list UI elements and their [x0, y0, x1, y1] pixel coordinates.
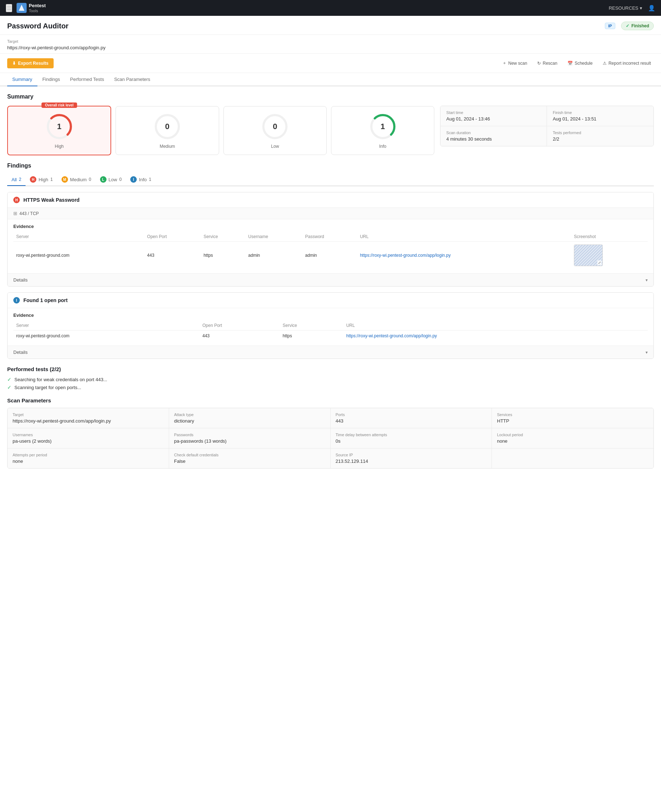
tab-findings[interactable]: Findings	[37, 73, 65, 86]
param-services: Services HTTP	[492, 408, 653, 428]
tab-summary[interactable]: Summary	[7, 73, 37, 86]
evidence-2-row-1: roxy-wi.pentest-ground.com 443 https htt…	[13, 331, 648, 342]
param-ports: Ports 443	[330, 408, 492, 428]
high-badge: H	[30, 176, 36, 183]
filter-tab-low[interactable]: L Low 0	[96, 174, 126, 186]
user-menu-button[interactable]: 👤	[648, 5, 655, 11]
col-open-port: Open Port	[144, 232, 201, 242]
col2-url: URL	[343, 321, 648, 331]
cell-port-1: 443	[144, 242, 201, 269]
page-content: Password Auditor IP ✓ Finished Target ht…	[0, 16, 661, 812]
col-server: Server	[13, 232, 144, 242]
filter-tab-medium[interactable]: M Medium 0	[57, 174, 96, 186]
filter-tab-all[interactable]: All 2	[7, 174, 26, 186]
download-icon: ⬇	[12, 61, 16, 66]
scan-parameters-section: Scan Parameters Target https://roxy-wi.p…	[7, 397, 654, 468]
finding-1-evidence: Evidence Server Open Port Service Userna…	[8, 220, 653, 273]
test-item-1: ✓ Searching for weak credentials on port…	[7, 377, 654, 382]
param-empty	[492, 449, 653, 468]
overall-risk-label: Overall risk level	[42, 102, 77, 108]
medium-badge: M	[62, 176, 68, 183]
actions-bar: ⬇ Export Results ＋ New scan ↻ Rescan 📅 S…	[0, 54, 661, 73]
param-usernames: Usernames pa-users (2 words)	[8, 428, 169, 449]
page-header: Password Auditor IP ✓ Finished	[0, 16, 661, 35]
gauge-info-value: 1	[381, 122, 385, 131]
actions-left: ⬇ Export Results	[7, 58, 54, 68]
params-grid: Target https://roxy-wi.pentest-ground.co…	[7, 408, 654, 468]
gauge-overall-label: High	[55, 144, 64, 149]
col-screenshot: Screenshot	[571, 232, 648, 242]
ip-badge: IP	[605, 23, 615, 29]
target-url: https://roxy-wi.pentest-ground.com/app/l…	[7, 45, 654, 50]
rescan-button[interactable]: ↻ Rescan	[534, 59, 560, 68]
cell2-service-1: https	[280, 331, 343, 342]
expand-screenshot-icon[interactable]: ⤢	[597, 260, 602, 265]
target-section: Target https://roxy-wi.pentest-ground.co…	[0, 35, 661, 54]
performed-tests-section: Performed tests (2/2) ✓ Searching for we…	[7, 366, 654, 390]
col2-server: Server	[13, 321, 200, 331]
target-label: Target	[7, 39, 654, 43]
finding-2-title: Found 1 open port	[23, 298, 68, 303]
filter-tab-info[interactable]: I Info 1	[126, 174, 155, 186]
finding-card-2: I Found 1 open port Evidence Server Open…	[7, 292, 654, 359]
info-cards-grid: Start time Aug 01, 2024 - 13:46 Finish t…	[440, 106, 654, 146]
info-cards-container: Start time Aug 01, 2024 - 13:46 Finish t…	[440, 106, 654, 146]
col2-open-port: Open Port	[200, 321, 280, 331]
evidence-2-table: Server Open Port Service URL roxy-wi.pen…	[13, 321, 648, 341]
tab-scan-parameters[interactable]: Scan Parameters	[109, 73, 155, 86]
cell-screenshot-1: ⤢	[571, 242, 648, 269]
evidence-2-url-link[interactable]: https://roxy-wi.pentest-ground.com/app/l…	[346, 333, 437, 338]
gauge-info-label: Info	[379, 144, 386, 149]
tab-performed-tests[interactable]: Performed Tests	[65, 73, 109, 86]
param-source-ip: Source IP 213.52.129.114	[330, 449, 492, 468]
overall-risk-card: Overall risk level 1 High	[7, 106, 111, 155]
scan-params-title: Scan Parameters	[7, 397, 654, 403]
finding-2-header: I Found 1 open port	[8, 293, 653, 308]
summary-section-title: Summary	[7, 94, 654, 100]
status-badge: ✓ Finished	[621, 22, 654, 30]
calendar-icon: 📅	[567, 61, 573, 66]
gauges-container: Overall risk level 1 High	[7, 106, 434, 155]
findings-title: Findings	[7, 162, 654, 169]
gauge-overall: 1	[45, 112, 74, 141]
refresh-icon: ↻	[537, 61, 541, 66]
resources-button[interactable]: RESOURCES ▾	[609, 5, 642, 11]
finding-card-1: H HTTPS Weak Password ⊞ 443 / TCP Eviden…	[7, 192, 654, 287]
finding-1-title: HTTPS Weak Password	[23, 197, 80, 203]
col-url: URL	[357, 232, 571, 242]
chevron-down-icon: ▾	[645, 278, 648, 283]
cell-service-1: https	[201, 242, 246, 269]
hamburger-menu[interactable]: ☰	[6, 4, 12, 12]
finding-2-severity-badge: I	[13, 297, 20, 304]
screenshot-thumbnail: ⤢	[574, 245, 603, 266]
gauge-medium-label: Medium	[160, 144, 175, 149]
param-time-delay: Time delay between attempts 0s	[330, 428, 492, 449]
filter-tab-high[interactable]: H High 1	[26, 174, 57, 186]
chevron-down-icon-2: ▾	[645, 350, 648, 355]
param-attack-type: Attack type dictionary	[169, 408, 330, 428]
logo-icon	[16, 3, 27, 13]
logo: Pentest Tools	[16, 3, 46, 13]
finding-2-details[interactable]: Details ▾	[8, 345, 653, 358]
nav-right: RESOURCES ▾ 👤	[609, 5, 655, 11]
info-card-finish-time: Finish time Aug 01, 2024 - 13:51	[547, 106, 653, 126]
col-service: Service	[201, 232, 246, 242]
info-card-start-time: Start time Aug 01, 2024 - 13:46	[441, 106, 547, 126]
finding-1-details[interactable]: Details ▾	[8, 273, 653, 286]
gauge-info: 1	[369, 112, 397, 141]
col-password: Password	[302, 232, 357, 242]
schedule-button[interactable]: 📅 Schedule	[565, 59, 596, 68]
main-tabs: Summary Findings Performed Tests Scan Pa…	[0, 73, 661, 86]
report-incorrect-button[interactable]: ⚠ Report incorrect result	[600, 59, 654, 68]
cell2-server-1: roxy-wi.pentest-ground.com	[13, 331, 200, 342]
evidence-2-title: Evidence	[13, 312, 648, 318]
export-results-button[interactable]: ⬇ Export Results	[7, 58, 54, 68]
finding-2-evidence: Evidence Server Open Port Service URL	[8, 308, 653, 345]
new-scan-button[interactable]: ＋ New scan	[500, 58, 530, 68]
param-lockout-period: Lockout period none	[492, 428, 653, 449]
gauge-medium-value: 0	[165, 122, 169, 131]
main-content: Summary Overall risk level 1 High	[0, 86, 661, 476]
actions-right: ＋ New scan ↻ Rescan 📅 Schedule ⚠ Report …	[500, 58, 654, 68]
evidence-1-url-link[interactable]: https://roxy-wi.pentest-ground.com/app/l…	[360, 253, 450, 258]
check-icon: ✓	[626, 23, 629, 29]
